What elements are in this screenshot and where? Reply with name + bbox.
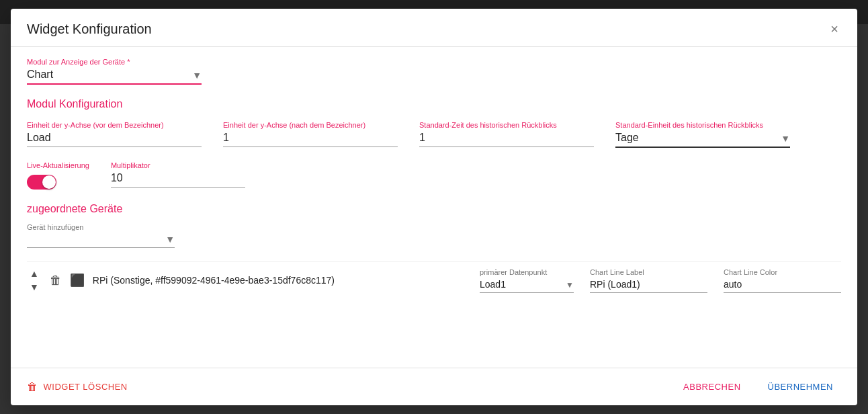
config-row-2: Live-Aktualisierung Multiplikator — [27, 161, 841, 190]
delete-widget-button[interactable]: 🗑 WIDGET LÖSCHEN — [27, 381, 128, 393]
primary-datapoint-label: primärer Datenpunkt — [480, 268, 574, 276]
line-color-label: Chart Line Color — [724, 268, 841, 276]
line-color-field: Chart Line Color — [724, 268, 841, 293]
live-update-toggle[interactable] — [27, 175, 56, 190]
multiplikator-field: Multiplikator — [111, 161, 245, 188]
dialog: Widget Konfiguration × Modul zur Anzeige… — [11, 9, 857, 405]
line-color-input[interactable] — [724, 279, 841, 293]
dialog-title: Widget Konfiguration — [27, 22, 152, 37]
std-unit-select[interactable]: Tage ▼ — [615, 132, 790, 148]
y-axis-before-input[interactable] — [27, 132, 202, 147]
move-up-button[interactable]: ▲ — [27, 267, 42, 280]
y-axis-before-field: Einheit der y-Achse (vor dem Bezeichner) — [27, 121, 202, 147]
module-select-value: Chart — [27, 69, 192, 81]
add-device-label: Gerät hinzufügen — [27, 223, 841, 231]
delete-widget-icon: 🗑 — [27, 381, 38, 393]
device-type-icon: ⬛ — [70, 273, 85, 288]
y-axis-after-input[interactable] — [223, 132, 398, 147]
modul-config-title: Modul Konfiguration — [27, 98, 841, 110]
add-device-arrow: ▼ — [165, 234, 175, 245]
primary-datapoint-select[interactable]: Load1 ▼ — [480, 279, 574, 293]
multiplikator-input[interactable] — [111, 172, 245, 188]
datapoint-section: primärer Datenpunkt Load1 ▼ Chart Line L… — [480, 268, 841, 293]
module-field: Modul zur Anzeige der Geräte * Chart ▼ — [27, 58, 841, 85]
device-name: RPi (Sonstige, #ff599092-4961-4e9e-bae3-… — [93, 275, 472, 286]
devices-title: zugeordnete Geräte — [27, 203, 841, 215]
std-unit-arrow: ▼ — [781, 133, 790, 144]
line-label-field: Chart Line Label — [590, 268, 707, 293]
apply-button[interactable]: ÜBERNEHMEN — [760, 376, 841, 397]
dialog-header: Widget Konfiguration × — [11, 9, 857, 47]
device-arrows: ▲ ▼ — [27, 267, 42, 293]
cancel-button[interactable]: ABBRECHEN — [675, 376, 748, 397]
add-device-select[interactable]: ▼ — [27, 234, 175, 248]
line-label-input[interactable] — [590, 279, 707, 293]
std-unit-field: Standard-Einheit des historischen Rückbl… — [615, 121, 817, 148]
module-select[interactable]: Chart ▼ — [27, 69, 202, 85]
y-axis-after-field: Einheit der y-Achse (nach dem Bezeichner… — [223, 121, 398, 147]
y-axis-before-label: Einheit der y-Achse (vor dem Bezeichner) — [27, 121, 202, 129]
delete-device-button[interactable]: 🗑 — [50, 274, 62, 288]
live-update-field: Live-Aktualisierung — [27, 161, 89, 190]
line-label-label: Chart Line Label — [590, 268, 707, 276]
toggle-thumb — [42, 175, 56, 189]
std-unit-label: Standard-Einheit des historischen Rückbl… — [615, 121, 817, 129]
move-down-button[interactable]: ▼ — [27, 281, 42, 293]
module-select-arrow: ▼ — [192, 70, 202, 81]
module-field-label: Modul zur Anzeige der Geräte * — [27, 58, 841, 66]
std-time-input[interactable] — [419, 132, 594, 147]
std-time-field: Standard-Zeit des historischen Rückblick… — [419, 121, 594, 147]
device-row: ▲ ▼ 🗑 ⬛ RPi (Sonstige, #ff599092-4961-4e… — [27, 261, 841, 298]
dialog-overlay: Widget Konfiguration × Modul zur Anzeige… — [0, 0, 868, 414]
std-unit-value: Tage — [615, 132, 781, 144]
footer-right: ABBRECHEN ÜBERNEHMEN — [675, 376, 841, 397]
dialog-footer: 🗑 WIDGET LÖSCHEN ABBRECHEN ÜBERNEHMEN — [11, 368, 857, 405]
add-device-field: Gerät hinzufügen ▼ — [27, 223, 841, 248]
primary-datapoint-arrow: ▼ — [566, 280, 574, 290]
primary-datapoint-value: Load1 — [480, 279, 566, 290]
std-time-label: Standard-Zeit des historischen Rückblick… — [419, 121, 594, 129]
close-button[interactable]: × — [828, 19, 841, 38]
multiplikator-label: Multiplikator — [111, 161, 245, 169]
delete-widget-label: WIDGET LÖSCHEN — [44, 382, 128, 392]
primary-datapoint-field: primärer Datenpunkt Load1 ▼ — [480, 268, 574, 293]
config-row-1: Einheit der y-Achse (vor dem Bezeichner)… — [27, 121, 841, 148]
live-update-label: Live-Aktualisierung — [27, 161, 89, 169]
dialog-content: Modul zur Anzeige der Geräte * Chart ▼ M… — [11, 47, 857, 368]
y-axis-after-label: Einheit der y-Achse (nach dem Bezeichner… — [223, 121, 398, 129]
